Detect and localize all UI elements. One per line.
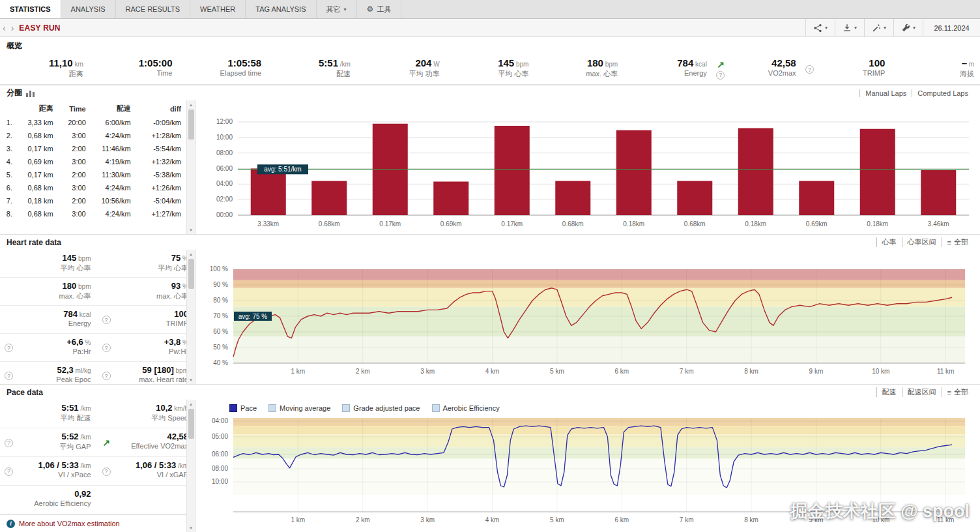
stat-main: 42,58Effective VO2max (111, 432, 189, 454)
help-icon[interactable]: ? (5, 344, 13, 352)
legend-checkbox[interactable] (432, 404, 440, 412)
svg-text:70 %: 70 % (213, 312, 228, 319)
legend-checkbox[interactable] (229, 404, 237, 412)
scroll-up-icon[interactable]: ▲ (187, 250, 195, 258)
scrollbar[interactable]: ▲▼ (186, 100, 195, 234)
table-row[interactable]: 6.0,68 km3:004:24/km+1:26/km (0, 181, 184, 194)
legend-item-aerobic-efficiency[interactable]: Aerobic Efficiency (432, 404, 500, 412)
stat-label: VO2max (726, 69, 796, 77)
scrollbar-thumb[interactable] (188, 409, 194, 439)
heart-tab-心率[interactable]: 心率 (876, 237, 902, 247)
scrollbar[interactable]: ▲▼ (186, 400, 195, 532)
nav-tab-analysis[interactable]: ANALYSIS (61, 0, 116, 18)
stat-value: 180 bpm (537, 57, 618, 68)
legend-item-grade-adjusted-pace[interactable]: Grade adjusted pace (342, 404, 420, 412)
stat-time: 1:05:00Time (89, 54, 179, 84)
mini-chart-icon[interactable] (26, 89, 35, 97)
stat-配速: 5:51 /km配速 (267, 54, 356, 84)
wrench-button[interactable]: ▾ (893, 19, 923, 37)
stat-main: 5:51 /km平均 配速 (4, 403, 91, 425)
nav-tab-tag-analysis[interactable]: TAG ANALYSIS (246, 0, 316, 18)
pace-tab-全部[interactable]: ≡全部 (942, 387, 973, 397)
table-row[interactable]: 1.3,33 km20:006:00/km-0:09/km (0, 116, 184, 129)
help-icon[interactable]: ? (102, 316, 111, 324)
stat-main: +3,8 %Pw:Hr (111, 337, 189, 359)
svg-text:3.33km: 3.33km (257, 220, 279, 228)
help-icon[interactable]: ? (102, 467, 111, 476)
table-row[interactable]: 2.0,68 km3:004:24/km+1:28/km (0, 129, 184, 142)
laps-tab-manual-laps[interactable]: Manual Laps (859, 89, 912, 97)
legend-label: Pace (240, 404, 257, 412)
stat-main: 42,58VO2max (726, 57, 796, 81)
pace-tab-配速[interactable]: 配速 (876, 387, 902, 397)
help-icon[interactable]: ? (5, 439, 13, 447)
table-row[interactable]: 3.0,17 km2:0011:46/km-5:54/km (0, 142, 184, 155)
legend-item-moving-average[interactable]: Moving average (268, 404, 330, 412)
stat-距离: 11,10 km距离 (0, 54, 89, 84)
share-button[interactable]: ▾ (805, 19, 835, 37)
wrench-icon (901, 23, 910, 33)
nav-tab-其它[interactable]: 其它▾ (317, 0, 357, 18)
nav-tab-工具[interactable]: ⚙工具 (357, 0, 402, 18)
vo2max-link[interactable]: iMore about VO2max estimation (0, 514, 186, 532)
help-icon[interactable]: ? (5, 372, 13, 380)
lap-pace: 4:24/km (89, 181, 134, 194)
stat-main: 784 kcalEnergy (4, 309, 91, 331)
heart-tab-心率区间[interactable]: 心率区间 (902, 237, 942, 247)
stat-icons: ? (102, 460, 111, 482)
table-row[interactable]: 8.0,68 km3:004:24/km+1:27/km (0, 207, 184, 220)
stat-icons: ? (4, 337, 14, 359)
lap-pace: 6:00/km (89, 116, 134, 129)
scroll-up-icon[interactable]: ▲ (187, 400, 195, 408)
svg-text:12:00: 12:00 (216, 118, 233, 125)
legend-item-pace[interactable]: Pace (229, 404, 257, 412)
scroll-down-icon[interactable]: ▼ (187, 226, 195, 234)
scrollbar-thumb[interactable] (188, 259, 194, 289)
svg-text:4 km: 4 km (485, 368, 500, 375)
lap-num: 6. (0, 181, 15, 194)
wand-button[interactable]: ▾ (864, 19, 893, 37)
legend-checkbox[interactable] (342, 404, 350, 412)
nav-tab-race-results[interactable]: RACE RESULTS (116, 0, 191, 18)
stat-main: 5:51 /km配速 (270, 57, 351, 81)
stat-vi-xgap: ?1,06 / 5:33 /kmVI / xGAP (98, 457, 195, 486)
laps-tab-computed-laps[interactable]: Computed Laps (912, 89, 973, 97)
help-icon[interactable]: ? (716, 71, 725, 80)
svg-text:3 km: 3 km (420, 516, 435, 524)
help-icon[interactable]: ? (805, 65, 814, 74)
legend-checkbox[interactable] (268, 404, 276, 412)
help-icon[interactable]: ? (102, 344, 111, 352)
scroll-up-icon[interactable]: ▲ (187, 100, 195, 109)
forward-icon[interactable]: › (8, 19, 17, 37)
svg-text:9 km: 9 km (809, 516, 824, 524)
laps-tabs: Manual LapsComputed Laps (859, 89, 973, 97)
stat-平均-speed: 10,2 km/h平均 Speed (98, 400, 195, 428)
nav-tab-statistics[interactable]: STATISTICS (0, 0, 61, 18)
pace-chart-wrap: PaceMoving averageGrade adjusted paceAer… (195, 400, 980, 532)
back-icon[interactable]: ‹ (0, 19, 8, 37)
scrollbar-thumb[interactable] (188, 110, 194, 140)
svg-text:10 km: 10 km (872, 368, 889, 375)
nav-tab-weather[interactable]: WEATHER (190, 0, 246, 18)
scrollbar[interactable]: ▲▼ (186, 250, 195, 384)
stat-effective-vo2max: ↗42,58Effective VO2max (98, 428, 195, 457)
table-row[interactable]: 4.0,69 km3:004:19/km+1:32/km (0, 155, 184, 168)
svg-text:0.17km: 0.17km (379, 220, 401, 228)
stat-label: 距离 (3, 69, 83, 79)
pace-tab-配速区间[interactable]: 配速区间 (902, 387, 942, 397)
table-row[interactable]: 5.0,17 km2:0011:30/km-5:38/km (0, 168, 184, 181)
table-row[interactable]: 7.0,18 km2:0010:56/km-5:04/km (0, 194, 184, 207)
stat-label: Pa:Hr (14, 347, 91, 355)
help-icon[interactable]: ? (102, 372, 111, 380)
help-icon[interactable]: ? (5, 467, 13, 476)
scroll-down-icon[interactable]: ▼ (187, 376, 195, 384)
svg-text:3.46km: 3.46km (928, 220, 949, 228)
chevron-down-icon: ▾ (344, 7, 347, 12)
menu-icon: ≡ (947, 389, 951, 396)
scroll-down-icon[interactable]: ▼ (187, 524, 195, 532)
activity-date[interactable]: 26.11.2024 (923, 19, 980, 37)
svg-text:8 km: 8 km (744, 516, 758, 524)
stat-label: 海拔 (893, 69, 974, 79)
download-button[interactable]: ▾ (835, 19, 864, 37)
heart-tab-全部[interactable]: ≡全部 (942, 237, 973, 247)
